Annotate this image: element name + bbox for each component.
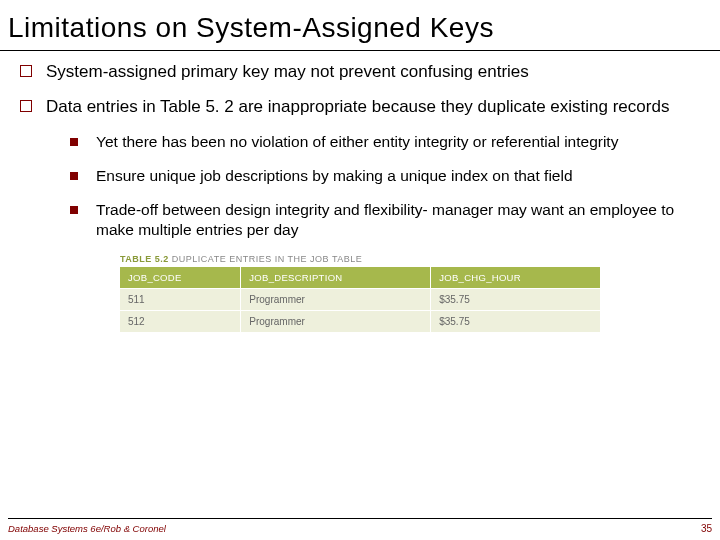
slide-footer: Database Systems 6e/Rob & Coronel 35: [8, 518, 712, 534]
sub-bullet-item: Ensure unique job descriptions by making…: [70, 166, 700, 186]
filled-square-icon: [70, 138, 78, 146]
page-number: 35: [701, 523, 712, 534]
job-table: JOB_CODE JOB_DESCRIPTION JOB_CHG_HOUR 51…: [120, 267, 600, 332]
footer-source: Database Systems 6e/Rob & Coronel: [8, 523, 166, 534]
table-figure: TABLE 5.2 DUPLICATE ENTRIES IN THE JOB T…: [120, 254, 600, 332]
sub-bullet-item: Yet there has been no violation of eithe…: [70, 132, 700, 152]
table-cell: $35.75: [431, 289, 600, 311]
table-caption: TABLE 5.2 DUPLICATE ENTRIES IN THE JOB T…: [120, 254, 600, 264]
table-header-cell: JOB_CHG_HOUR: [431, 267, 600, 289]
bullet-text: System-assigned primary key may not prev…: [46, 61, 529, 82]
bullet-item: System-assigned primary key may not prev…: [20, 61, 700, 82]
bullet-item: Data entries in Table 5. 2 are inappropr…: [20, 96, 700, 117]
table-header-cell: JOB_DESCRIPTION: [241, 267, 431, 289]
table-header-row: JOB_CODE JOB_DESCRIPTION JOB_CHG_HOUR: [120, 267, 600, 289]
sub-bullet-item: Trade-off between design integrity and f…: [70, 200, 700, 240]
slide-content: System-assigned primary key may not prev…: [0, 51, 720, 332]
sub-bullet-list: Yet there has been no violation of eithe…: [20, 132, 700, 241]
sub-bullet-text: Trade-off between design integrity and f…: [96, 200, 700, 240]
bullet-text: Data entries in Table 5. 2 are inappropr…: [46, 96, 669, 117]
sub-bullet-text: Yet there has been no violation of eithe…: [96, 132, 618, 152]
table-row: 511 Programmer $35.75: [120, 289, 600, 311]
filled-square-icon: [70, 172, 78, 180]
filled-square-icon: [70, 206, 78, 214]
table-cell: 512: [120, 311, 241, 333]
table-caption-text: DUPLICATE ENTRIES IN THE JOB TABLE: [172, 254, 362, 264]
slide-title: Limitations on System-Assigned Keys: [0, 0, 720, 51]
table-cell: Programmer: [241, 289, 431, 311]
square-bullet-icon: [20, 65, 32, 77]
table-header-cell: JOB_CODE: [120, 267, 241, 289]
table-caption-label: TABLE 5.2: [120, 254, 169, 264]
square-bullet-icon: [20, 100, 32, 112]
table-cell: 511: [120, 289, 241, 311]
table-cell: Programmer: [241, 311, 431, 333]
sub-bullet-text: Ensure unique job descriptions by making…: [96, 166, 573, 186]
table-row: 512 Programmer $35.75: [120, 311, 600, 333]
table-cell: $35.75: [431, 311, 600, 333]
